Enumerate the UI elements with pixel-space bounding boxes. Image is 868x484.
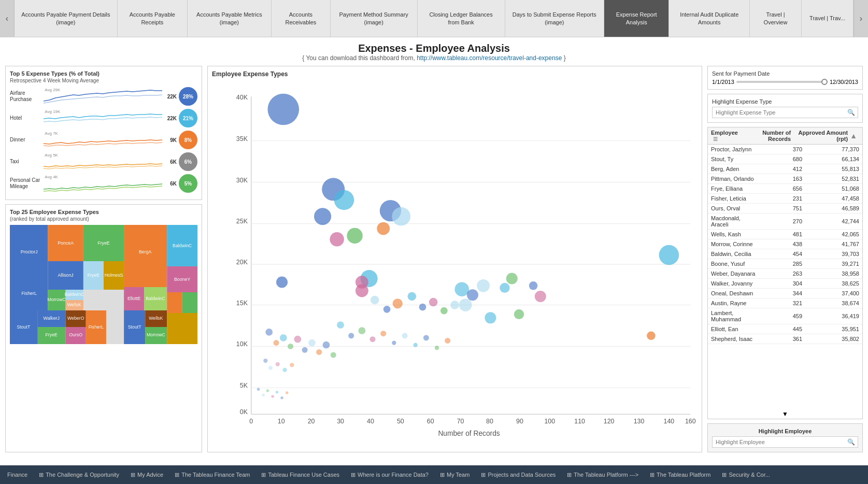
bottom-tabs-bar: Finance⊞The Challenge & Opportunity⊞My A… [0, 465, 868, 484]
employee-amount: 35,802 [802, 336, 859, 342]
date-slider[interactable] [736, 81, 828, 83]
subtitle-after: } [564, 54, 566, 62]
table-row[interactable]: Macdonald, Araceli 270 42,744 [708, 213, 862, 230]
table-row[interactable]: Lambert, Muhammad 459 36,419 [708, 308, 862, 324]
employee-name: Weber, Dayanara [711, 271, 756, 277]
employee-records: 481 [756, 231, 802, 237]
employee-name: Morrow, Corinne [711, 241, 756, 247]
employee-records: 344 [756, 290, 802, 296]
subtitle-link[interactable]: http://www.tableau.com/resource/travel-a… [417, 54, 562, 62]
top-navigation: ‹ Accounts Payable Payment Details (imag… [0, 0, 868, 37]
svg-text:0: 0 [249, 418, 253, 425]
svg-point-107 [477, 279, 490, 292]
employee-table-box: Employee ☰ Number of Records Approved Am… [707, 127, 863, 419]
table-row[interactable]: Wells, Kash 481 42,065 [708, 230, 862, 239]
tab-label: Tableau Finance Use Cases [268, 472, 339, 478]
bottom-tab-the-challenge--opportunity[interactable]: ⊞The Challenge & Opportunity [34, 469, 124, 480]
svg-point-131 [262, 393, 265, 396]
employee-records: 751 [756, 205, 802, 211]
table-row[interactable]: Weber, Dayanara 263 38,958 [708, 269, 862, 279]
table-row[interactable]: Baldwin, Cecilia 454 39,703 [708, 249, 862, 259]
col-header-records: Number of Records [744, 130, 791, 142]
bottom-tab-projects-and-data-sources[interactable]: ⊞Projects and Data Sources [476, 469, 561, 480]
svg-point-116 [274, 340, 279, 346]
highlight-employee-input[interactable] [712, 436, 858, 448]
svg-text:100: 100 [544, 418, 555, 425]
employee-name: Pittman, Orlando [711, 176, 756, 182]
svg-point-139 [358, 327, 365, 334]
svg-text:0K: 0K [240, 408, 248, 416]
svg-point-148 [647, 332, 656, 340]
employee-records: 459 [756, 313, 802, 319]
bottom-tab-the-tableau-finance-team[interactable]: ⊞The Tableau Finance Team [169, 469, 255, 480]
tab-accounts-payable-receipts[interactable]: Accounts Payable Receipts [118, 0, 188, 37]
bottom-tab-security--cor[interactable]: ⊞Security & Cor... [717, 469, 775, 480]
table-row[interactable]: Austin, Rayne 321 38,674 [708, 298, 862, 308]
scroll-up-indicator[interactable]: ▲ [848, 131, 859, 141]
table-row[interactable]: Boone, Yusuf 285 39,271 [708, 259, 862, 269]
tab-internal-audit[interactable]: Internal Audit Duplicate Amounts [669, 0, 750, 37]
employee-amount: 55,813 [802, 166, 859, 172]
highlight-employee-label: Highlight Employee [712, 428, 858, 434]
svg-point-124 [331, 352, 336, 358]
svg-point-144 [414, 343, 418, 347]
tab-travel-overview[interactable]: Travel | Overview [750, 0, 802, 37]
svg-text:MorrowC: MorrowC [147, 332, 165, 337]
filter-icon[interactable]: ☰ [713, 136, 718, 142]
svg-text:90: 90 [516, 418, 523, 425]
bottom-tab-finance[interactable]: Finance [2, 469, 33, 480]
table-row[interactable]: Morrow, Corinne 438 41,767 [708, 239, 862, 249]
bottom-tab-tableau-finance-use-cases[interactable]: ⊞Tableau Finance Use Cases [256, 469, 345, 480]
table-row[interactable]: Ours, Orval 751 46,589 [708, 204, 862, 213]
bottom-tab-where-is-our-finance-data[interactable]: ⊞Where is our Finance Data? [346, 469, 434, 480]
scroll-down-indicator[interactable]: ▼ [708, 409, 862, 419]
tab-travel-trav[interactable]: Travel | Trav... [802, 0, 853, 37]
tab-accounts-payable-details[interactable]: Accounts Payable Payment Details (image) [15, 0, 118, 37]
svg-text:Avg 4K: Avg 4K [45, 175, 58, 179]
bottom-tab-my-team[interactable]: ⊞My Team [435, 469, 475, 480]
table-row[interactable]: Fisher, Leticia 231 47,458 [708, 194, 862, 204]
svg-point-121 [308, 339, 316, 347]
employee-amount: 42,065 [802, 231, 859, 237]
tab-label: The Tableau Finance Team [181, 472, 250, 478]
bottom-tab-the-tableau-platform[interactable]: ⊞The Tableau Platform [645, 469, 716, 480]
svg-text:FryeE: FryeE [45, 332, 58, 337]
employee-name: Proctor, Jazlynn [711, 146, 756, 152]
tab-expense-report-analysis[interactable]: Expense Report Analysis [604, 0, 669, 37]
svg-point-154 [355, 284, 368, 297]
table-row[interactable]: Frye, Elliana 656 51,068 [708, 184, 862, 194]
sparkline-dinner: Avg 7K [44, 130, 162, 150]
nav-left-arrow[interactable]: ‹ [0, 0, 15, 37]
svg-text:WellsK: WellsK [149, 316, 163, 321]
svg-text:Avg 19K: Avg 19K [45, 109, 60, 113]
highlight-expense-label: Highlight Expense Type [712, 98, 858, 105]
highlight-expense-input[interactable] [712, 107, 858, 118]
svg-text:StoutT: StoutT [17, 324, 30, 330]
table-row[interactable]: Elliott, Ean 445 35,951 [708, 324, 862, 334]
dashboard-subtitle: { You can download this dashboard from, … [5, 54, 863, 62]
tab-accounts-receivables[interactable]: Accounts Receivables [272, 0, 331, 37]
tab-accounts-payable-metrics[interactable]: Accounts Payable Metrics (image) [188, 0, 272, 37]
table-row[interactable]: Pittman, Orlando 163 52,831 [708, 174, 862, 184]
employee-records: 263 [756, 271, 802, 277]
svg-point-94 [334, 190, 354, 210]
nav-right-arrow[interactable]: › [853, 0, 868, 37]
table-row[interactable]: Shepherd, Isaac 361 35,802 [708, 334, 862, 344]
tab-days-to-submit[interactable]: Days to Submit Expense Reports (image) [505, 0, 604, 37]
tab-icon: ⊞ [131, 472, 135, 478]
table-row[interactable]: Oneal, Deshawn 344 37,400 [708, 289, 862, 298]
table-row[interactable]: Stout, Ty 680 66,134 [708, 154, 862, 164]
table-row[interactable]: Proctor, Jazlynn 370 77,370 [708, 145, 862, 154]
bottom-tab-the-tableau-platform----[interactable]: ⊞The Tableau Platform ---> [562, 469, 644, 480]
svg-point-127 [276, 362, 280, 366]
highlight-employee-box: Highlight Employee 🔍 [707, 423, 863, 452]
table-row[interactable]: Berg, Aden 412 55,813 [708, 164, 862, 174]
bottom-tab-my-advice[interactable]: ⊞My Advice [125, 469, 168, 480]
tab-payment-method-summary[interactable]: Payment Method Summary (image) [331, 0, 418, 37]
expense-row-hotel: Hotel Avg 19K 22K 21% [10, 108, 197, 128]
date-slider-thumb[interactable] [821, 79, 828, 85]
svg-rect-54 [182, 292, 197, 313]
tab-closing-ledger[interactable]: Closing Ledger Balances from Bank [418, 0, 505, 37]
table-row[interactable]: Walker, Jovanny 304 38,625 [708, 279, 862, 289]
svg-point-97 [330, 232, 344, 247]
